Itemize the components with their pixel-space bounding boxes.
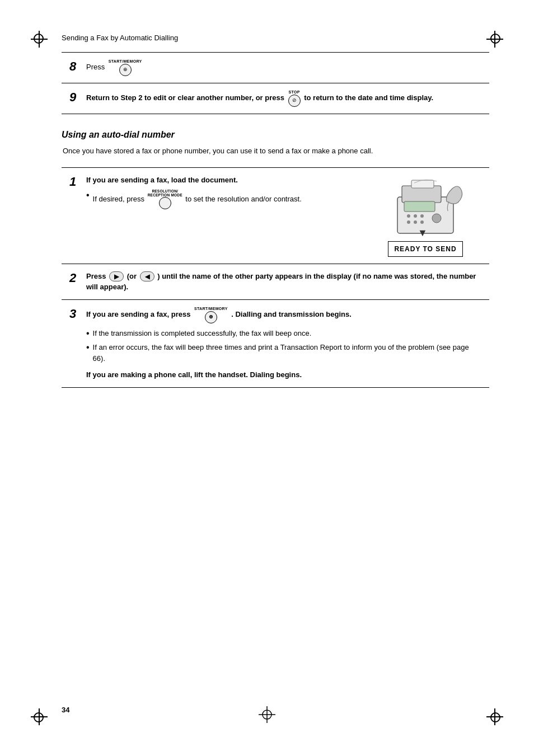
step-8-box: 8 Press START/MEMORY ⊕ (62, 52, 489, 83)
stop-button-9: STOP ⊘ (288, 90, 301, 107)
auto-step-1-bold: If you are sending a fax, load the docum… (86, 176, 238, 184)
auto-step-3-content: If you are sending a fax, press START/ME… (86, 307, 481, 381)
step-9-content: Return to Step 2 to edit or clear anothe… (86, 90, 481, 107)
step-9-text-after: to return to the date and time display. (304, 93, 433, 102)
auto-step-2-text: Press ▶ (or ◀ ) until the name of the ot… (86, 272, 476, 292)
svg-rect-2 (404, 201, 435, 212)
step-9-text: Return to Step 2 to edit or clear anothe… (86, 93, 287, 102)
auto-step-1-number: 1 (69, 175, 82, 189)
step-8-press-label: Press (86, 63, 107, 71)
svg-text:▼: ▼ (418, 227, 428, 238)
fax-machine-illustration: ▼ (381, 175, 470, 239)
auto-step-3-bullet-1: If the transmission is completed success… (86, 328, 481, 339)
auto-step-2-content: Press ▶ (or ◀ ) until the name of the ot… (86, 271, 481, 293)
section-heading: Using an auto-dial number (62, 130, 489, 140)
auto-step-1-box: 1 If you are sending a fax, load the doc… (62, 167, 489, 264)
fax-image-col: ▼ READY TO SEND (369, 175, 481, 257)
start-memory-button-8: START/MEMORY ⊕ (109, 59, 142, 76)
nav-forward-button: ▶ (109, 271, 124, 281)
auto-step-3-bullet-2: If an error occurs, the fax will beep th… (86, 342, 481, 364)
start-memory-button-3: START/MEMORY ⊕ (194, 307, 228, 323)
svg-rect-10 (411, 180, 434, 188)
resolution-button: RESOLUTION/RECEPTION MODE (148, 190, 182, 209)
bottom-center-mark (259, 706, 275, 725)
svg-point-4 (414, 214, 417, 218)
nav-back-button: ◀ (140, 271, 154, 281)
auto-step-1-bullets: If desired, press RESOLUTION/RECEPTION M… (86, 190, 369, 209)
svg-point-8 (420, 220, 424, 224)
auto-step-2-box: 2 Press ▶ (or ◀ ) until the name of the … (62, 264, 489, 300)
page-number: 34 (62, 706, 69, 714)
svg-point-9 (432, 214, 441, 223)
step-9-box: 9 Return to Step 2 to edit or clear anot… (62, 83, 489, 114)
auto-step-2-number: 2 (69, 271, 82, 285)
section-intro: Once you have stored a fax or phone numb… (63, 145, 489, 157)
auto-step-3-text: If you are sending a fax, press START/ME… (86, 310, 352, 318)
svg-point-6 (407, 220, 410, 224)
ready-to-send-display: READY TO SEND (388, 241, 462, 257)
step-8-content: Press START/MEMORY ⊕ (86, 59, 481, 76)
auto-step-3-footer: If you are making a phone call, lift the… (86, 369, 481, 381)
auto-step-3-number: 3 (69, 307, 82, 321)
svg-point-5 (420, 214, 424, 218)
svg-point-3 (407, 214, 410, 218)
svg-point-7 (414, 220, 417, 224)
auto-step-1-bullet-1: If desired, press RESOLUTION/RECEPTION M… (86, 190, 369, 209)
page-subtitle: Sending a Fax by Automatic Dialling (62, 34, 489, 42)
auto-step-3-box: 3 If you are sending a fax, press START/… (62, 300, 489, 388)
step-9-number: 9 (69, 90, 82, 105)
auto-step-1-content: If you are sending a fax, load the docum… (86, 175, 481, 257)
auto-step-3-bullets: If the transmission is completed success… (86, 328, 481, 364)
step-8-number: 8 (69, 59, 82, 74)
